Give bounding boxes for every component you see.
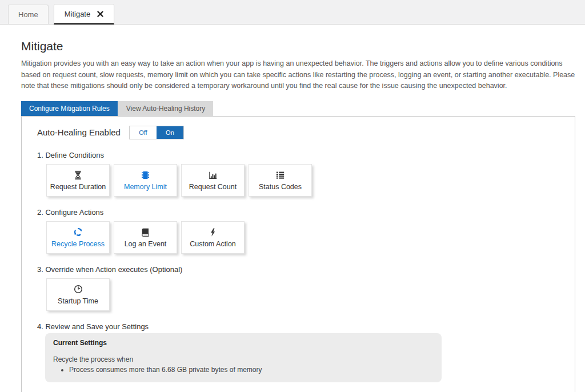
section-title-override: 3. Override when Action executes (Option… <box>37 265 563 274</box>
recycle-icon <box>73 226 83 238</box>
current-settings-box: Current Settings Recycle the process whe… <box>45 333 442 382</box>
card-request-duration[interactable]: Request Duration <box>46 164 110 197</box>
card-startup-time[interactable]: Startup Time <box>46 278 110 311</box>
card-label: Log an Event <box>125 240 167 248</box>
hourglass-icon <box>73 169 83 181</box>
current-settings-heading: Current Settings <box>53 339 434 347</box>
current-settings-intro: Recycle the process when <box>53 355 434 363</box>
card-label: Recycle Process <box>51 240 105 248</box>
card-label: Request Duration <box>50 183 106 191</box>
bar-chart-icon <box>207 169 218 181</box>
tab-mitigate[interactable]: Mitigate <box>54 4 115 25</box>
card-label: Status Codes <box>259 183 302 191</box>
tab-home-label: Home <box>18 10 38 19</box>
book-icon <box>140 226 151 238</box>
tab-configure-mitigation-rules[interactable]: Configure Mitigation Rules <box>21 101 118 116</box>
current-settings-list: Process consumes more than 6.68 GB priva… <box>69 365 434 374</box>
toggle-on-button[interactable]: On <box>157 126 183 139</box>
lightning-icon <box>208 226 218 238</box>
tab-view-auto-healing-history[interactable]: View Auto-Healing History <box>118 101 214 116</box>
card-status-codes[interactable]: Status Codes <box>249 164 312 197</box>
clock-icon <box>73 283 83 295</box>
card-memory-limit[interactable]: Memory Limit <box>114 164 177 197</box>
override-cards-row: Startup Time <box>46 278 563 311</box>
memory-chip-icon <box>140 169 151 181</box>
auto-healing-label: Auto-Healing Enabled <box>37 127 121 137</box>
card-label: Request Count <box>189 183 237 191</box>
list-icon <box>275 169 286 181</box>
card-request-count[interactable]: Request Count <box>181 164 245 197</box>
auto-healing-row: Auto-Healing Enabled Off On <box>37 126 563 139</box>
section-title-actions: 2. Configure Actions <box>37 208 563 217</box>
section-title-conditions: 1. Define Conditions <box>37 151 563 159</box>
card-custom-action[interactable]: Custom Action <box>181 221 245 254</box>
card-label: Memory Limit <box>124 183 167 191</box>
top-tab-bar: Home Mitigate <box>0 0 585 25</box>
conditions-cards-row: Request Duration <box>46 164 563 197</box>
tab-home[interactable]: Home <box>8 5 49 24</box>
card-recycle-process[interactable]: Recycle Process <box>46 221 110 254</box>
rule-tabs: Configure Mitigation Rules View Auto-Hea… <box>21 101 576 116</box>
section-title-review: 4. Review and Save your Settings <box>37 322 563 331</box>
card-log-an-event[interactable]: Log an Event <box>114 221 177 254</box>
current-settings-item: Process consumes more than 6.68 GB priva… <box>69 365 434 374</box>
page-description: Mitigation provides you with an easy way… <box>21 58 576 92</box>
tab-mitigate-label: Mitigate <box>65 10 91 18</box>
close-icon[interactable] <box>97 11 103 17</box>
actions-cards-row: Recycle Process Log an Event <box>46 221 563 254</box>
auto-healing-toggle: Off On <box>129 126 184 139</box>
mitigation-panel: Auto-Healing Enabled Off On 1. Define Co… <box>21 116 575 392</box>
page-title: Mitigate <box>21 39 576 53</box>
toggle-off-button[interactable]: Off <box>130 126 157 139</box>
card-label: Startup Time <box>58 297 98 305</box>
card-label: Custom Action <box>190 240 236 248</box>
